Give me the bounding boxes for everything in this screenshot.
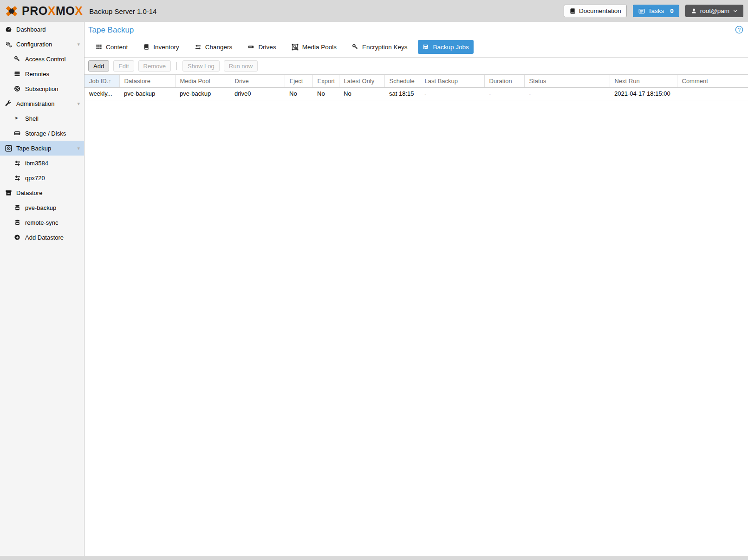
gears-icon	[5, 41, 12, 48]
sidebar-item-dashboard[interactable]: Dashboard	[0, 22, 84, 37]
sidebar-item-subscription[interactable]: Subscription	[0, 81, 84, 96]
tasks-count-badge: 0	[670, 7, 674, 14]
sidebar-item-access-control[interactable]: Access Control	[0, 52, 84, 66]
sidebar-item-datastore[interactable]: Datastore	[0, 185, 84, 200]
wrench-icon	[5, 100, 12, 107]
remove-button[interactable]: Remove	[138, 60, 171, 72]
column-header-status[interactable]: Status	[524, 75, 610, 87]
topbar-actions: Documentation Tasks 0 root@pam	[564, 5, 743, 17]
sidebar-item-storage-disks[interactable]: Storage / Disks	[0, 126, 84, 141]
exchange-icon	[195, 44, 202, 51]
tab-bar: Content Inventory Changers Drives	[87, 40, 743, 54]
column-header-schedule[interactable]: Schedule	[384, 75, 420, 87]
object-group-icon	[292, 44, 299, 51]
tasks-list-icon	[638, 8, 645, 14]
sidebar-item-ibm3584[interactable]: ibm3584	[0, 156, 84, 170]
svg-text:?: ?	[738, 27, 741, 33]
dashboard-icon	[5, 26, 12, 33]
column-header-media-pool[interactable]: Media Pool	[175, 75, 230, 87]
top-bar: PROXMOX Backup Server 1.0-14 Documentati…	[0, 0, 748, 22]
grid-icon	[96, 44, 102, 50]
sidebar-item-tape-backup[interactable]: Tape Backup ▾	[0, 141, 84, 156]
tab-media-pools[interactable]: Media Pools	[287, 40, 341, 54]
column-header-comment[interactable]: Comment	[677, 75, 748, 87]
server-list-icon	[13, 71, 21, 77]
table-row[interactable]: weekly... pve-backup pve-backup drive0 N…	[85, 87, 748, 100]
cell-duration: -	[484, 87, 524, 100]
tab-content[interactable]: Content	[91, 40, 132, 54]
book-icon	[143, 44, 150, 50]
chevron-down-icon[interactable]: ▾	[77, 41, 80, 47]
sidebar-item-configuration[interactable]: Configuration ▾	[0, 37, 84, 52]
column-header-latest-only[interactable]: Latest Only	[339, 75, 384, 87]
drive-icon	[247, 44, 254, 50]
archive-icon	[5, 189, 12, 196]
user-menu-button[interactable]: root@pam	[685, 5, 743, 17]
column-header-job-id[interactable]: Job ID.↑	[85, 75, 119, 87]
column-header-drive[interactable]: Drive	[230, 75, 285, 87]
grid-header-row: Job ID.↑ Datastore Media Pool Drive Ejec…	[85, 75, 748, 87]
chevron-down-icon[interactable]: ▾	[77, 101, 80, 107]
tab-drives[interactable]: Drives	[243, 40, 280, 54]
cell-comment	[677, 87, 748, 100]
show-log-button[interactable]: Show Log	[182, 60, 220, 72]
tab-changers[interactable]: Changers	[190, 40, 237, 54]
key-icon	[352, 44, 358, 50]
tab-backup-jobs[interactable]: Backup Jobs	[418, 40, 473, 54]
exchange-icon	[13, 175, 21, 182]
terminal-icon: >_	[13, 116, 21, 121]
cell-next-run: 2021-04-17 18:15:00	[610, 87, 677, 100]
column-header-last-backup[interactable]: Last Backup	[420, 75, 484, 87]
sidebar-item-remotes[interactable]: Remotes	[0, 66, 84, 81]
sidebar-item-add-datastore[interactable]: Add Datastore	[0, 230, 84, 245]
sidebar-item-qpx720[interactable]: qpx720	[0, 170, 84, 185]
cell-last-backup: -	[420, 87, 484, 100]
column-header-next-run[interactable]: Next Run	[610, 75, 677, 87]
sidebar: Dashboard Configuration ▾ Access Control…	[0, 22, 85, 556]
window-bottom-strip	[0, 556, 748, 560]
cell-media-pool: pve-backup	[175, 87, 230, 100]
hdd-icon	[13, 130, 21, 137]
app-version-title: Backup Server 1.0-14	[89, 7, 156, 15]
app-window: PROXMOX Backup Server 1.0-14 Documentati…	[0, 0, 748, 560]
toolbar-separator	[176, 62, 177, 70]
sidebar-item-remote-sync[interactable]: remote-sync	[0, 215, 84, 230]
cell-export: No	[312, 87, 339, 100]
content-header: Tape Backup ? Content Inventory Changers	[85, 22, 748, 58]
key-icon	[13, 56, 21, 62]
life-ring-icon	[13, 85, 21, 92]
proxmox-logo	[5, 4, 19, 18]
book-icon	[569, 8, 576, 14]
column-header-duration[interactable]: Duration	[484, 75, 524, 87]
cell-datastore: pve-backup	[119, 87, 175, 100]
tab-inventory[interactable]: Inventory	[138, 40, 184, 54]
sidebar-item-administration[interactable]: Administration ▾	[0, 96, 84, 111]
tasks-button[interactable]: Tasks 0	[633, 5, 679, 17]
chevron-down-icon[interactable]: ▾	[77, 145, 80, 151]
tape-icon	[5, 145, 12, 152]
add-button[interactable]: Add	[88, 60, 109, 72]
database-icon	[13, 204, 21, 211]
edit-button[interactable]: Edit	[113, 60, 134, 72]
floppy-icon	[423, 44, 429, 50]
sidebar-item-pve-backup[interactable]: pve-backup	[0, 200, 84, 215]
column-header-datastore[interactable]: Datastore	[119, 75, 175, 87]
database-icon	[13, 219, 21, 226]
documentation-button[interactable]: Documentation	[564, 5, 627, 17]
cell-status: -	[524, 87, 610, 100]
cell-schedule: sat 18:15	[384, 87, 420, 100]
cell-drive: drive0	[230, 87, 285, 100]
column-header-export[interactable]: Export	[312, 75, 339, 87]
sidebar-item-shell[interactable]: >_ Shell	[0, 111, 84, 126]
cell-latest-only: No	[339, 87, 384, 100]
backup-jobs-grid: Job ID.↑ Datastore Media Pool Drive Ejec…	[85, 75, 748, 556]
page-title: Tape Backup	[87, 25, 134, 35]
run-now-button[interactable]: Run now	[224, 60, 258, 72]
content-panel: Tape Backup ? Content Inventory Changers	[85, 22, 748, 556]
user-icon	[691, 8, 697, 14]
cell-eject: No	[285, 87, 312, 100]
tab-encryption-keys[interactable]: Encryption Keys	[347, 40, 412, 54]
help-circle-icon[interactable]: ?	[735, 26, 743, 35]
column-header-eject[interactable]: Eject	[285, 75, 312, 87]
grid-toolbar: Add Edit Remove Show Log Run now	[85, 58, 748, 75]
